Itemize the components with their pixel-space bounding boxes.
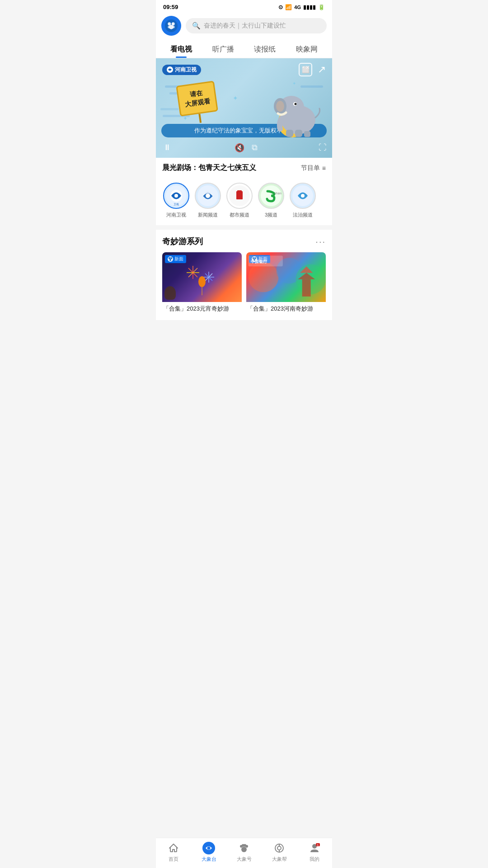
channel-logo: 河南卫视	[162, 65, 201, 75]
guide-label: 节目单	[301, 164, 320, 172]
refresh-icon	[273, 842, 286, 854]
controls-row: ⏸ 🔇 ⧉ ⛶	[161, 141, 327, 154]
channel-3[interactable]: channel 3频道	[255, 183, 287, 218]
paw-icon	[238, 842, 250, 854]
svg-text:channel: channel	[274, 192, 282, 195]
program-bar: 晨光剧场：包青天之七侠五义 节目单 ≡	[156, 158, 332, 178]
card-title-2: 「合集」2023河南奇妙游	[246, 302, 326, 314]
svg-point-4	[168, 26, 170, 28]
tab-yingxiang[interactable]: 映象网	[286, 40, 328, 58]
search-placeholder: 奋进的春天｜太行山下建设忙	[204, 22, 286, 30]
tab-tv[interactable]: 看电视	[160, 40, 202, 58]
video-player[interactable]: 河南卫视 ⬜ ↗ ✦ ✦ ✦ 请在大屏观看	[156, 58, 332, 158]
nav-label-daxiangbang: 大象帮	[272, 856, 287, 863]
svg-text:卫视: 卫视	[174, 203, 179, 206]
svg-text:礼: 礼	[317, 844, 319, 846]
sign-board: 请在大屏观看	[176, 81, 219, 126]
video-card-1[interactable]: 新面	[162, 252, 242, 314]
nav-label-home: 首页	[169, 856, 178, 863]
card-thumb-2: 新面 中原银行	[246, 252, 326, 302]
app-logo[interactable]	[161, 16, 181, 36]
section-header: 奇妙游系列 ···	[162, 236, 326, 247]
nav-label-daxianghao: 大象号	[237, 856, 252, 863]
video-wrapper: 河南卫视 ⬜ ↗ ✦ ✦ ✦ 请在大屏观看	[156, 58, 332, 158]
channel-dushi[interactable]: 都市频道	[224, 183, 255, 218]
svg-point-31	[170, 257, 172, 259]
more-button[interactable]: ···	[315, 236, 326, 247]
svg-point-50	[198, 276, 206, 287]
nav-label-mine: 我的	[310, 856, 319, 863]
channel-name-dushi: 都市频道	[230, 212, 249, 218]
elephant-icon	[202, 842, 215, 854]
program-guide-button[interactable]: 节目单 ≡	[301, 164, 326, 172]
section-gap	[156, 225, 332, 230]
svg-point-5	[172, 26, 175, 28]
share-button[interactable]: ↗	[318, 64, 326, 75]
svg-point-12	[295, 103, 297, 105]
channel-circle-dushi	[226, 183, 253, 209]
channel-henan[interactable]: 卫视 河南卫视	[160, 183, 192, 218]
svg-point-66	[241, 847, 247, 852]
channel-circle-fazhi	[290, 183, 316, 209]
card-badge-1: 新面	[165, 255, 186, 263]
nav-daxiangbang[interactable]: 大象帮	[262, 842, 297, 863]
bottom-nav: 首页 大象台 大象号	[156, 838, 332, 868]
guide-icon: ≡	[322, 165, 326, 172]
tab-radio[interactable]: 听广播	[202, 40, 244, 58]
pip-icon[interactable]: ⧉	[252, 143, 258, 152]
close-button[interactable]: ×	[306, 64, 310, 71]
svg-point-21	[206, 193, 210, 198]
svg-point-56	[249, 262, 279, 292]
channel-circle-3: channel	[258, 183, 284, 209]
section-title: 奇妙游系列	[162, 236, 203, 247]
channel-name-henan: 河南卫视	[166, 212, 186, 218]
status-time: 09:59	[163, 4, 178, 10]
search-icon: 🔍	[192, 22, 201, 30]
svg-rect-13	[286, 130, 293, 137]
wifi-icon: 📶	[285, 4, 292, 10]
tab-newspaper[interactable]: 读报纸	[244, 40, 286, 58]
svg-point-32	[169, 259, 171, 261]
timer-icon: ⊙	[278, 4, 283, 10]
search-bar[interactable]: 🔍 奋进的春天｜太行山下建设忙	[186, 18, 327, 33]
program-title: 晨光剧场：包青天之七侠五义	[162, 163, 256, 173]
svg-point-70	[245, 845, 248, 848]
channel-name-fazhi: 法治频道	[293, 212, 313, 218]
nav-daxianghao[interactable]: 大象号	[226, 842, 262, 863]
volume-off-icon[interactable]: 🔇	[235, 143, 244, 153]
video-cards: 新面	[162, 252, 326, 314]
pause-button[interactable]: ⏸	[161, 141, 173, 154]
channel-fazhi[interactable]: 法治频道	[287, 183, 319, 218]
header: 🔍 奋进的春天｜太行山下建设忙	[156, 12, 332, 40]
svg-rect-14	[295, 130, 302, 137]
card-thumb-1: 新面	[162, 252, 242, 302]
svg-rect-24	[237, 190, 242, 192]
svg-point-30	[169, 257, 170, 259]
elephant-illustration	[269, 88, 323, 140]
channel-name-3: 3频道	[265, 212, 277, 218]
nav-tabs: 看电视 听广播 读报纸 映象网	[156, 40, 332, 58]
card-title-1: 「合集」2023元宵奇妙游	[162, 302, 242, 314]
fullscreen-button[interactable]: ⛶	[319, 143, 327, 152]
video-card-2[interactable]: 新面 中原银行	[246, 252, 326, 314]
battery-icon: 🔋	[318, 4, 325, 10]
4g-icon: 4G	[294, 5, 301, 10]
nav-mine[interactable]: 礼 我的	[297, 842, 332, 863]
channel-name-label: 河南卫视	[175, 66, 197, 74]
svg-point-28	[301, 194, 305, 198]
svg-rect-59	[302, 279, 311, 297]
home-icon	[167, 842, 180, 854]
channel-name-news: 新闻频道	[198, 212, 218, 218]
nav-home[interactable]: 首页	[156, 842, 191, 863]
nav-daxiangtai[interactable]: 大象台	[191, 842, 226, 863]
svg-rect-23	[236, 191, 243, 199]
status-icons: ⊙ 📶 4G ▮▮▮▮ 🔋	[278, 4, 325, 10]
channel-news[interactable]: 新闻频道	[192, 183, 224, 218]
svg-rect-15	[304, 131, 310, 137]
recommend-section: 奇妙游系列 ··· 新面	[156, 230, 332, 320]
channel-circle-news	[195, 183, 221, 209]
svg-point-18	[174, 194, 178, 198]
user-icon: 礼	[308, 842, 321, 854]
nav-label-daxiangtai: 大象台	[202, 856, 216, 863]
svg-text:中原银行: 中原银行	[251, 259, 267, 264]
